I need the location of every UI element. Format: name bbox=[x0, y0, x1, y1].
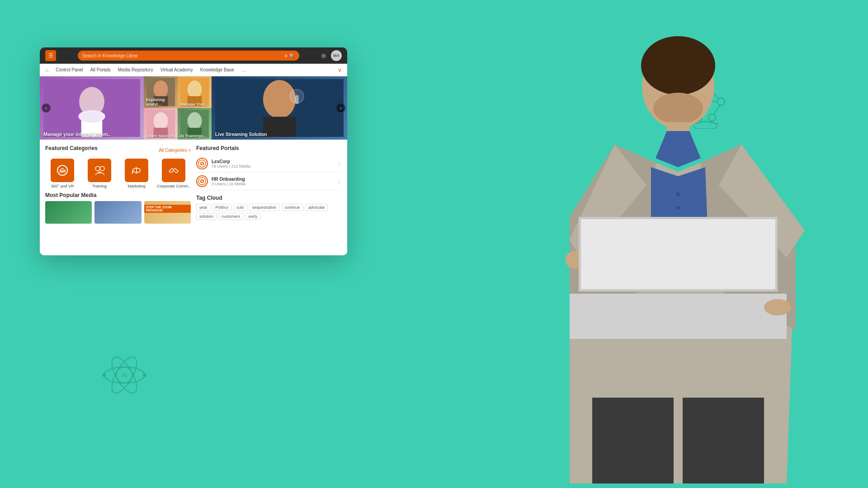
svg-line-56 bbox=[132, 170, 133, 174]
portal-item-lexcorp[interactable]: LexCorp 76 Users | 212 Media ⋮ bbox=[196, 155, 342, 173]
categories-header: Featured Categories All Categories > bbox=[45, 145, 191, 155]
search-icon-button[interactable]: 🔍 bbox=[289, 53, 295, 58]
svg-point-16 bbox=[102, 373, 106, 377]
category-grid: 360 360° and VR bbox=[45, 159, 191, 188]
tag-advocate[interactable]: advocate bbox=[305, 204, 328, 211]
category-icon-corporate bbox=[162, 159, 185, 182]
svg-point-53 bbox=[95, 166, 100, 171]
tag-solution[interactable]: solution bbox=[196, 213, 217, 220]
tag-politics[interactable]: Politics bbox=[212, 204, 232, 211]
svg-point-37 bbox=[188, 80, 202, 98]
lexcorp-icon bbox=[198, 160, 206, 168]
svg-rect-25 bbox=[581, 219, 775, 289]
banner-label: STEP THE ZOOM PROGRAM bbox=[144, 205, 191, 213]
nav-chevron-icon[interactable]: ∨ bbox=[338, 67, 342, 73]
category-icon-marketing bbox=[125, 159, 148, 182]
ai-icon: AI bbox=[95, 346, 154, 404]
handshake-icon bbox=[167, 164, 180, 177]
category-item-marketing[interactable]: Marketing bbox=[119, 159, 154, 188]
category-icon-training bbox=[88, 159, 111, 182]
carousel-sub-slide-1: Exploring analyt... bbox=[144, 76, 178, 108]
svg-point-62 bbox=[201, 180, 203, 182]
lexcorp-meta: 76 Users | 212 Media bbox=[212, 164, 333, 169]
media-thumb-1[interactable] bbox=[45, 201, 92, 224]
tag-early[interactable]: early bbox=[245, 213, 261, 220]
nav-item-control-panel[interactable]: Control Panel bbox=[56, 67, 83, 72]
hamburger-icon: ☰ bbox=[48, 53, 53, 58]
category-label-marketing: Marketing bbox=[127, 184, 146, 188]
share-icon[interactable]: ⊕ bbox=[321, 52, 326, 59]
lexcorp-info: LexCorp 76 Users | 212 Media bbox=[212, 159, 333, 169]
carousel-prev-button[interactable]: ‹ bbox=[42, 103, 51, 113]
carousel-sub-label-3: Learn Spanish... bbox=[146, 134, 178, 138]
tag-cloud-title: Tag Cloud bbox=[196, 195, 342, 201]
carousel-sub-slide-2: Manage Your... bbox=[178, 76, 212, 108]
lexcorp-options-button[interactable]: ⋮ bbox=[336, 160, 342, 167]
hr-onboarding-meta: 3 Users | 16 Media bbox=[212, 182, 333, 186]
portal-list: LexCorp 76 Users | 212 Media ⋮ HR bbox=[196, 155, 342, 190]
carousel-sub-label-4: AI Trainings... bbox=[180, 134, 207, 138]
nav-item-all-portals[interactable]: All Portals bbox=[90, 67, 111, 72]
search-bar[interactable]: Search in Knowledge Librar ≡ 🔍 bbox=[78, 51, 299, 61]
home-nav-icon[interactable]: ⌂ bbox=[45, 67, 48, 73]
svg-rect-28 bbox=[683, 398, 764, 483]
media-grid: STEP THE ZOOM PROGRAM bbox=[45, 201, 191, 224]
carousel-sub-label-1: Exploring analyt... bbox=[146, 98, 178, 107]
carousel-sub-img-3: Learn Spanish... bbox=[144, 108, 178, 140]
carousel-sub-label-2: Manage Your... bbox=[180, 102, 208, 107]
all-categories-link[interactable]: All Categories > bbox=[159, 148, 191, 153]
carousel-sub-img-4: AI Trainings... bbox=[178, 108, 212, 140]
svg-point-32 bbox=[78, 110, 105, 123]
media-thumb-2[interactable] bbox=[94, 201, 141, 224]
user-avatar[interactable]: MA bbox=[331, 50, 342, 61]
tag-sequestration[interactable]: sequestration bbox=[249, 204, 280, 211]
carousel-main-bg: Manage your internal zoom.. bbox=[40, 76, 144, 140]
carousel-large-image bbox=[215, 79, 344, 137]
person-figure bbox=[479, 14, 841, 483]
carousel-next-button[interactable]: › bbox=[336, 103, 345, 113]
training-icon bbox=[93, 164, 106, 177]
hr-onboarding-options-button[interactable]: ⋮ bbox=[336, 178, 342, 184]
right-content-column: Featured Portals LexCorp 76 Users | 212 … bbox=[196, 145, 342, 250]
list-icon-button[interactable]: ≡ bbox=[285, 53, 288, 58]
svg-point-59 bbox=[201, 163, 203, 164]
svg-text:360: 360 bbox=[59, 169, 66, 174]
hero-carousel: Manage your internal zoom.. Exploring an… bbox=[40, 76, 347, 140]
svg-point-26 bbox=[764, 299, 791, 315]
tag-customers[interactable]: customers bbox=[218, 213, 244, 220]
svg-point-54 bbox=[100, 166, 104, 171]
nav-right-area: ⊕ MA bbox=[321, 50, 342, 61]
marketing-icon bbox=[130, 164, 143, 177]
tag-year[interactable]: year bbox=[196, 204, 211, 211]
svg-rect-49 bbox=[295, 95, 299, 104]
svg-rect-55 bbox=[98, 172, 101, 173]
carousel-sub-slide-3: Learn Spanish... bbox=[144, 108, 178, 140]
carousel-sub-grid: Exploring analyt... Manage Your... bbox=[144, 76, 212, 140]
nav-item-knowledge-base[interactable]: Knowledge Base bbox=[200, 67, 234, 72]
hamburger-button[interactable]: ☰ bbox=[45, 50, 56, 61]
lexcorp-logo bbox=[196, 158, 208, 169]
tag-continue[interactable]: continue bbox=[282, 204, 303, 211]
vr-icon: 360 bbox=[56, 164, 69, 177]
nav-item-virtual-academy[interactable]: Virtual Academy bbox=[160, 67, 193, 72]
nav-item-media-repository[interactable]: Media Repository bbox=[118, 67, 153, 72]
carousel-grid: Manage your internal zoom.. Exploring an… bbox=[40, 76, 347, 140]
tag-cuts[interactable]: cuts bbox=[233, 204, 247, 211]
hr-onboarding-name: HR Onboarding bbox=[212, 177, 333, 182]
tag-cloud: year Politics cuts sequestration continu… bbox=[196, 204, 342, 220]
search-placeholder-text: Search in Knowledge Librar bbox=[82, 53, 282, 58]
left-content-column: Featured Categories All Categories > 360… bbox=[45, 145, 191, 250]
category-item-training[interactable]: Training bbox=[82, 159, 117, 188]
portal-item-hr-onboarding[interactable]: HR Onboarding 3 Users | 16 Media ⋮ bbox=[196, 173, 342, 190]
featured-categories-title: Featured Categories bbox=[45, 145, 98, 151]
category-item-360[interactable]: 360 360° and VR bbox=[45, 159, 80, 188]
carousel-large-bg: Live Streaming Solution bbox=[212, 76, 347, 140]
carousel-main-label: Manage your internal zoom.. bbox=[43, 131, 111, 137]
category-item-corporate[interactable]: Corporate Comm.. bbox=[156, 159, 191, 188]
carousel-main-slide: Manage your internal zoom.. bbox=[40, 76, 144, 140]
svg-point-43 bbox=[188, 112, 202, 130]
nav-more-dots[interactable]: ... bbox=[241, 67, 246, 73]
media-thumb-3[interactable]: STEP THE ZOOM PROGRAM bbox=[144, 201, 191, 224]
carousel-sub-slide-4: AI Trainings... bbox=[178, 108, 212, 140]
svg-point-22 bbox=[676, 206, 680, 210]
